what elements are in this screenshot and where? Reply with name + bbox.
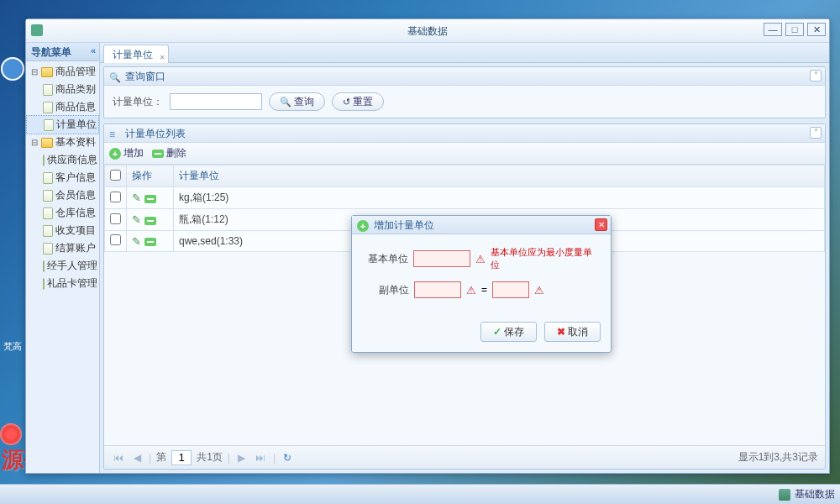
equals-label: = <box>481 284 487 296</box>
file-icon <box>43 190 53 202</box>
plus-icon: + <box>357 220 369 232</box>
tab-close-icon[interactable]: × <box>160 49 165 67</box>
window-title: 基础数据 <box>407 25 448 37</box>
statusbar: 基础数据 <box>0 484 840 504</box>
warning-icon: ⚠ <box>475 253 486 265</box>
power-icon[interactable] <box>0 423 22 445</box>
dialog-close-button[interactable]: ✕ <box>595 218 607 231</box>
x-icon: ✖ <box>557 326 565 338</box>
maximize-button[interactable]: □ <box>785 23 804 36</box>
base-unit-input[interactable] <box>413 250 470 267</box>
total-pages: 共1页 <box>197 450 223 465</box>
page-input[interactable] <box>171 450 192 465</box>
dialog-header[interactable]: + 增加计量单位 ✕ <box>352 216 611 234</box>
sidebar-title: 导航菜单 <box>31 46 71 58</box>
tree-item-warehouse[interactable]: 仓库信息 <box>26 204 99 222</box>
delete-button[interactable]: 删除 <box>152 145 186 161</box>
sub-unit-input[interactable] <box>414 281 461 298</box>
search-field-label: 计量单位： <box>113 95 163 109</box>
tree-item-category[interactable]: 商品类别 <box>26 81 99 98</box>
close-button[interactable]: ✕ <box>807 23 826 36</box>
query-button[interactable]: 🔍查询 <box>269 92 325 111</box>
sidebar-header: 导航菜单 « <box>26 43 99 61</box>
user-avatar-icon[interactable] <box>1 57 24 81</box>
list-icon <box>109 129 121 140</box>
edit-icon[interactable]: ✎ <box>132 235 141 248</box>
app-icon <box>31 24 43 36</box>
file-icon <box>43 84 53 96</box>
page-label: 第 <box>156 450 166 465</box>
refresh-button[interactable]: ↻ <box>281 452 294 464</box>
tree-item-account[interactable]: 结算账户 <box>26 239 99 257</box>
file-icon <box>43 225 53 237</box>
row-checkbox[interactable] <box>110 213 121 224</box>
tree-folder-basic[interactable]: ⊟基本资料 <box>26 134 99 151</box>
user-label: 梵高 <box>3 340 22 353</box>
warning-icon: ⚠ <box>466 284 476 297</box>
row-checkbox[interactable] <box>110 192 121 202</box>
cell-unit: kg,箱(1:25) <box>174 187 825 209</box>
delete-icon[interactable] <box>144 195 156 203</box>
file-icon <box>43 207 53 219</box>
tab-unit[interactable]: 计量单位 × <box>103 45 169 63</box>
warning-icon: ⚠ <box>534 284 544 297</box>
minus-icon <box>152 150 164 158</box>
minimize-button[interactable]: — <box>764 23 782 36</box>
tree-item-customer[interactable]: 客户信息 <box>26 169 99 186</box>
tree-item-member[interactable]: 会员信息 <box>26 186 99 204</box>
table-row: ✎ kg,箱(1:25) <box>105 187 825 209</box>
reset-icon: ↺ <box>343 97 350 108</box>
base-unit-hint: 基本单位应为最小度量单位 <box>491 246 599 271</box>
add-button[interactable]: +增加 <box>109 145 144 161</box>
status-text: 基础数据 <box>795 488 835 500</box>
list-panel-header[interactable]: 计量单位列表 ˄ <box>104 124 825 143</box>
grid-toolbar: +增加 删除 <box>104 143 825 165</box>
ratio-input[interactable] <box>492 281 529 298</box>
base-unit-label: 基本单位 <box>364 252 408 266</box>
magnifier-icon: 🔍 <box>280 97 291 108</box>
cancel-button[interactable]: ✖取消 <box>544 322 601 342</box>
next-page-button[interactable]: ▶ <box>235 452 248 464</box>
delete-icon[interactable] <box>144 238 156 246</box>
collapse-toggle-icon[interactable]: ˄ <box>810 70 822 81</box>
tree-item-giftcard[interactable]: 礼品卡管理 <box>26 275 99 292</box>
search-input[interactable] <box>170 93 262 110</box>
titlebar[interactable]: 基础数据 — □ ✕ <box>26 19 829 43</box>
edit-icon[interactable]: ✎ <box>132 213 141 226</box>
collapse-icon[interactable]: « <box>91 45 96 55</box>
collapse-toggle-icon[interactable]: ˄ <box>810 127 822 139</box>
first-page-button[interactable]: ⏮ <box>111 452 126 464</box>
dialog-title: 增加计量单位 <box>374 219 434 231</box>
select-all-checkbox[interactable] <box>110 170 121 181</box>
file-icon <box>43 278 45 290</box>
tabstrip: 计量单位 × <box>100 43 829 63</box>
col-checkbox <box>105 165 127 187</box>
col-ops: 操作 <box>127 165 174 187</box>
save-button[interactable]: ✓保存 <box>480 322 537 342</box>
tree-folder-products[interactable]: ⊟商品管理 <box>26 63 99 81</box>
reset-button[interactable]: ↺重置 <box>332 92 384 111</box>
check-icon: ✓ <box>493 326 501 338</box>
row-checkbox[interactable] <box>110 234 121 245</box>
last-page-button[interactable]: ⏭ <box>253 452 268 464</box>
tree-item-unit[interactable]: 计量单位 <box>26 115 99 134</box>
col-unit: 计量单位 <box>174 165 825 187</box>
folder-icon <box>41 138 53 148</box>
edit-icon[interactable]: ✎ <box>132 192 141 204</box>
search-panel-header[interactable]: 查询窗口 ˄ <box>104 67 825 86</box>
pager-info: 显示1到3,共3记录 <box>738 450 818 465</box>
plus-icon: + <box>109 148 121 160</box>
file-icon <box>43 260 45 272</box>
sub-unit-label: 副单位 <box>364 283 409 297</box>
delete-icon[interactable] <box>144 217 156 225</box>
tree-item-info[interactable]: 商品信息 <box>26 98 99 116</box>
file-icon <box>43 102 53 113</box>
file-icon <box>43 243 53 255</box>
search-panel: 查询窗口 ˄ 计量单位： 🔍查询 ↺重置 <box>103 66 826 118</box>
tree-item-income[interactable]: 收支项目 <box>26 222 99 239</box>
tree-item-handler[interactable]: 经手人管理 <box>26 257 99 275</box>
database-icon <box>779 489 790 501</box>
tree-item-supplier[interactable]: 供应商信息 <box>26 151 99 169</box>
prev-page-button[interactable]: ◀ <box>131 452 144 464</box>
add-unit-dialog: + 增加计量单位 ✕ 基本单位 ⚠ 基本单位应为最小度量单位 副单位 ⚠ = ⚠… <box>351 215 612 353</box>
